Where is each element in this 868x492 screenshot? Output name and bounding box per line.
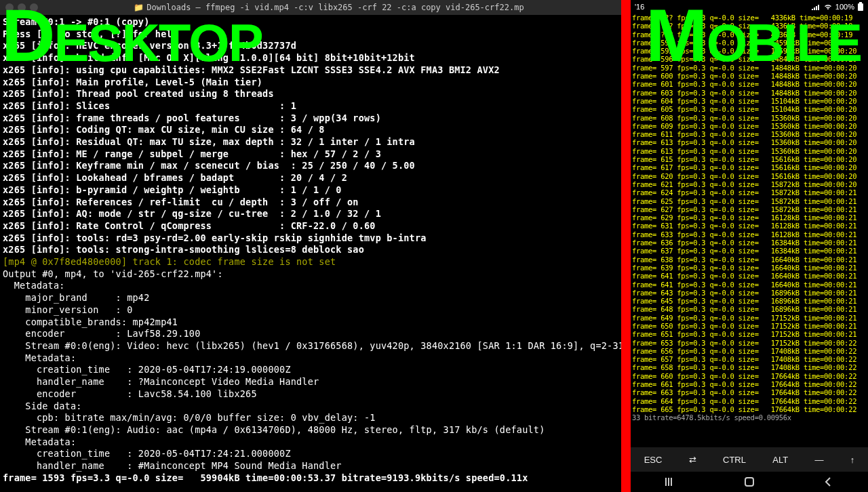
mobile-terminal-line: frame= 605 fps=0.3 q=-0.0 size= 15104kB … (632, 105, 867, 113)
mobile-terminal-line: frame= 604 fps=0.3 q=-0.0 size= 15104kB … (632, 97, 867, 105)
desktop-terminal-window: DESKTOP 📁Downloads — ffmpeg -i vid.mp4 -… (0, 0, 621, 492)
dash-key[interactable]: — (809, 452, 829, 468)
mobile-terminal-line: frame= 645 fps=0.3 q=-0.0 size= 16896kB … (632, 297, 867, 305)
ctrl-key[interactable]: CTRL (717, 452, 751, 468)
terminal-line: frame= 1593 fps=3.3 q=-0.0 size= 59904kB… (3, 472, 618, 485)
terminal-line: Stream #0:0(eng): Video: hevc (libx265) … (3, 340, 618, 352)
terminal-output[interactable]: Stream #0:1 -> #0:1 (copy)Press [q] to s… (0, 15, 621, 485)
terminal-line: encoder : Lavc58.54.100 libx265 (3, 388, 618, 401)
mobile-terminal-line: frame= 639 fps=0.3 q=-0.0 size= 16640kB … (632, 264, 867, 272)
mobile-terminal-line: frame= 625 fps=0.3 q=-0.0 size= 15872kB … (632, 197, 867, 205)
home-button[interactable] (743, 476, 755, 488)
mobile-terminal-line: frame= 665 fps=0.3 q=-0.0 size= 17664kB … (632, 405, 867, 413)
mobile-terminal-line: frame= 629 fps=0.3 q=-0.0 size= 16128kB … (632, 213, 867, 222)
terminal-line: encoder : Lavf58.29.100 (3, 328, 618, 340)
terminal-line: cpb: bitrate max/min/avg: 0/0/0 buffer s… (3, 412, 618, 424)
mobile-terminal-line: frame= 627 fps=0.3 q=-0.0 size= 15872kB … (632, 205, 867, 213)
mobile-terminal-line: frame= 643 fps=0.3 q=-0.0 size= 16896kB … (632, 289, 867, 297)
mobile-terminal-output[interactable]: frame= ??? fps=0.3 q=-0.0 size= 4336kB t… (631, 14, 868, 422)
terminal-line: major_brand : mp42 (3, 292, 618, 304)
mobile-terminal-line: frame= 656 fps=0.3 q=-0.0 size= 17408kB … (632, 347, 867, 355)
terminal-line: x265 [info]: Thread pool created using 8… (3, 88, 618, 100)
terminal-line: x265 [info]: Keyframe min / max / scenec… (3, 160, 618, 172)
terminal-line: Metadata: (3, 352, 618, 365)
mobile-terminal-line: frame= 663 fps=0.3 q=-0.0 size= 17664kB … (632, 388, 867, 396)
mobile-terminal-line: frame= 621 fps=0.3 q=-0.0 size= 15872kB … (632, 180, 867, 188)
minimize-window-button[interactable] (18, 3, 26, 12)
wifi-icon (823, 3, 833, 10)
close-window-button[interactable] (5, 3, 14, 12)
mobile-terminal-line: frame= 608 fps=0.3 q=-0.0 size= 15360kB … (632, 114, 867, 122)
mobile-terminal-line: frame= 650 fps=0.3 q=-0.0 size= 17152kB … (632, 322, 867, 330)
mobile-terminal-line: frame= 593 fps=0.3 q=-0.0 size= 14592kB … (632, 47, 867, 55)
terminal-line: minor_version : 0 (3, 304, 618, 316)
alt-key[interactable]: ALT (767, 452, 793, 468)
terminal-line: x265 [info]: b-pyramid / weightp / weigh… (3, 184, 618, 197)
mobile-terminal-line: frame= 651 fps=0.3 q=-0.0 size= 17152kB … (632, 330, 867, 338)
status-time: '16 (635, 3, 644, 11)
terminal-line: Metadata: (3, 436, 618, 449)
terminal-line: creation_time : 2020-05-04T17:24:21.0000… (3, 448, 618, 460)
terminal-line: x265 [info]: Main profile, Level-5 (Main… (3, 77, 618, 89)
mobile-terminal-line: frame= ??? fps=0.3 q=-0.0 size= 4336kB t… (632, 22, 867, 30)
window-title-bar[interactable]: 📁Downloads — ffmpeg -i vid.mp4 -c:v libx… (0, 0, 621, 15)
terminal-line: Side data: (3, 401, 618, 413)
esc-key[interactable]: ESC (639, 452, 668, 468)
mobile-terminal-line: frame= 615 fps=0.3 q=-0.0 size= 15616kB … (632, 155, 867, 163)
mobile-terminal-line: frame= 601 fps=0.3 q=-0.0 size= 14848kB … (632, 80, 867, 88)
terminal-line: x265 [info]: Residual QT: max TU size, m… (3, 136, 618, 148)
mobile-nav-bar (631, 472, 868, 492)
mobile-terminal-line: frame= 648 fps=0.3 q=-0.0 size= 16896kB … (632, 305, 867, 313)
terminal-line: x265 [info]: ME / range / subpel / merge… (3, 148, 618, 161)
mobile-terminal-line: frame= ??? fps=0.3 q=-0.0 size= 4336kB t… (632, 30, 867, 39)
mobile-terminal-line: frame= 664 fps=0.3 q=-0.0 size= 17664kB … (632, 397, 867, 405)
folder-icon: 📁 (134, 3, 144, 12)
window-title: 📁Downloads — ffmpeg -i vid.mp4 -c:v libx… (42, 3, 616, 12)
terminal-line: x265 [info]: frame threads / pool featur… (3, 112, 618, 125)
back-button[interactable] (823, 476, 835, 488)
mobile-terminal-line: frame= 603 fps=0.3 q=-0.0 size= 14848kB … (632, 89, 867, 97)
maximize-window-button[interactable] (30, 3, 38, 12)
battery-percent: 100% (835, 3, 854, 11)
terminal-line: x265 [info]: using cpu capabilities: MMX… (3, 64, 618, 77)
mobile-terminal-line: frame= 653 fps=0.3 q=-0.0 size= 17152kB … (632, 339, 867, 347)
mobile-terminal-line: frame= 649 fps=0.3 q=-0.0 size= 17152kB … (632, 314, 867, 322)
svg-rect-0 (858, 3, 863, 11)
mobile-terminal-line: frame= 620 fps=0.3 q=-0.0 size= 15616kB … (632, 172, 867, 180)
mobile-terminal-line: frame= 613 fps=0.3 q=-0.0 size= 15360kB … (632, 138, 867, 146)
mobile-terminal-line: frame= 660 fps=0.3 q=-0.0 size= 17664kB … (632, 372, 867, 380)
svg-rect-1 (859, 2, 862, 3)
mobile-terminal-line: frame= 638 fps=0.3 q=-0.0 size= 16640kB … (632, 255, 867, 264)
mobile-terminal-line: frame= 641 fps=0.3 q=-0.0 size= 16640kB … (632, 272, 867, 280)
mobile-terminal-line: frame= 631 fps=0.3 q=-0.0 size= 16128kB … (632, 222, 867, 230)
tab-key[interactable]: ⇄ (684, 452, 702, 468)
terminal-line: x265 [info]: Coding QT: max CU size, min… (3, 124, 618, 136)
terminal-line: handler_name : #Mainconcept MP4 Sound Me… (3, 460, 618, 472)
mobile-terminal-window: MOBILE '16 100% frame= ??? fps=0.3 q=-0.… (631, 0, 868, 492)
terminal-line: [mp4 @ 0x7f8ed480e000] track 1: codec fr… (3, 256, 618, 268)
mobile-terminal-line: frame= 600 fps=0.3 q=-0.0 size= 14848kB … (632, 72, 867, 80)
mobile-terminal-line: frame= 636 fps=0.3 q=-0.0 size= 16384kB … (632, 239, 867, 247)
mobile-terminal-line: frame= 611 fps=0.3 q=-0.0 size= 15360kB … (632, 130, 867, 138)
battery-icon (857, 2, 864, 12)
terminal-line: Press [q] to stop, [?] for help (3, 28, 618, 41)
mobile-terminal-line: frame= 624 fps=0.3 q=-0.0 size= 15872kB … (632, 188, 867, 197)
terminal-line: Stream #0:1(eng): Audio: aac (mp4a / 0x6… (3, 424, 618, 436)
terminal-line: x265 [info]: Rate Control / qCompress : … (3, 220, 618, 232)
terminal-line: Metadata: (3, 280, 618, 292)
up-arrow-key[interactable]: ↑ (845, 452, 861, 468)
mobile-terminal-line: frame= 658 fps=0.3 q=-0.0 size= 17408kB … (632, 363, 867, 371)
recent-apps-button[interactable] (664, 476, 676, 488)
terminal-line: compatible_brands: mp42mp41 (3, 316, 618, 329)
terminal-line: x265 [info]: HEVC encoder version 3.3+1-… (3, 40, 618, 52)
terminal-line: x265 [info]: Lookahead / bframes / badap… (3, 172, 618, 184)
terminal-line: x265 [info]: AQ: mode / str / qg-size / … (3, 208, 618, 220)
mobile-key-toolbar: ESC ⇄ CTRL ALT — ↑ (631, 447, 868, 472)
mobile-terminal-line: frame= 609 fps=0.3 q=-0.0 size= 15360kB … (632, 122, 867, 130)
mobile-terminal-line: frame= 657 fps=0.3 q=-0.0 size= 17408kB … (632, 355, 867, 363)
terminal-line: x265 [info]: Slices : 1 (3, 100, 618, 112)
mobile-terminal-line: frame= ??? fps=0.3 q=-0.0 size= 4336kB t… (632, 14, 867, 22)
svg-rect-2 (745, 478, 753, 486)
mobile-terminal-line: frame= 613 fps=0.3 q=-0.0 size= 15360kB … (632, 147, 867, 155)
terminal-line: creation_time : 2020-05-04T17:24:19.0000… (3, 364, 618, 376)
